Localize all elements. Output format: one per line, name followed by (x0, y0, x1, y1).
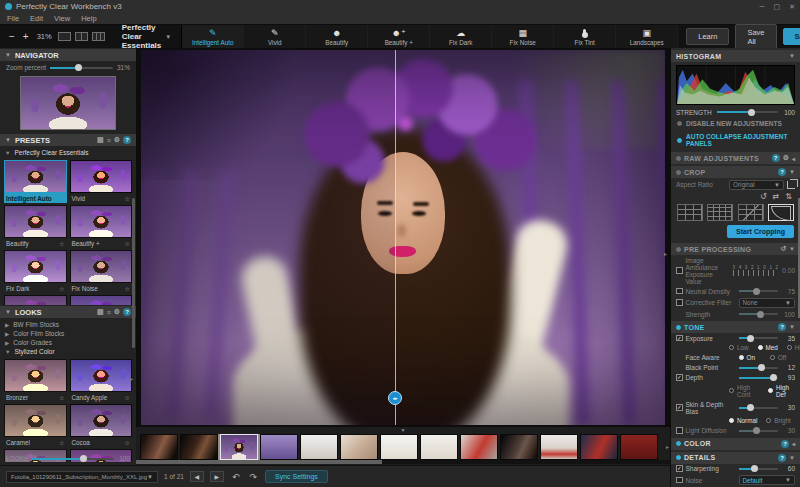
flip-horizontal-icon[interactable]: ⇄ (773, 192, 780, 201)
filmstrip-thumbnail[interactable] (620, 434, 658, 460)
filmstrip-thumbnail[interactable] (500, 434, 538, 460)
help-icon[interactable]: ? (772, 154, 780, 162)
raw-adjustments-panel-header[interactable]: RAW ADJUSTMENTS ? ⚙ ◂ (671, 152, 800, 164)
overlay-spiral-button[interactable] (768, 204, 794, 221)
favorite-star-icon[interactable]: ☆ (125, 195, 130, 202)
right-panel-collapse-arrow[interactable]: ▸ (664, 250, 667, 257)
tone-panel-header[interactable]: TONE ? ▼ (671, 321, 800, 333)
filmstrip-scroll-right-icon[interactable]: ▸ (666, 443, 669, 450)
filmstrip-scrollbar-thumb[interactable] (136, 460, 382, 464)
favorite-star-icon[interactable]: ☆ (125, 240, 130, 247)
auto-collapse-panels-option[interactable]: AUTO COLLAPSE ADJUSTMENT PANELS (671, 130, 800, 150)
filmstrip-view-icon[interactable]: ▤ (97, 308, 104, 316)
help-icon[interactable]: ? (781, 440, 789, 448)
skin-depth-bias-slider[interactable] (739, 407, 779, 409)
navigator-thumbnail[interactable] (20, 76, 116, 130)
looks-panel-header[interactable]: ▼ LOOKS ▤ ≡ ⚙ ? (0, 306, 136, 318)
quick-preset-vivid[interactable]: ✎ Vivid (244, 25, 306, 48)
disable-new-adjustments-option[interactable]: DISABLE NEW ADJUSTMENTS (671, 117, 800, 130)
quick-preset-beautify[interactable]: ☻ Beautify (306, 25, 368, 48)
save-button[interactable]: Save (783, 28, 800, 45)
help-icon[interactable]: ? (123, 136, 131, 144)
slider-knob[interactable] (753, 427, 760, 434)
minimize-button[interactable]: ─ (760, 3, 765, 11)
panel-enable-dot[interactable] (676, 170, 681, 175)
preset-group-row[interactable]: ▼ Perfectly Clear Essentials (5, 148, 131, 157)
slider-knob[interactable] (748, 109, 755, 116)
sync-settings-button[interactable]: Sync Settings (265, 470, 328, 483)
preset-fix-dark[interactable]: Fix Dark☆ (4, 250, 67, 293)
image-ambulance-checkbox[interactable] (676, 267, 683, 274)
filmstrip-thumbnail[interactable] (420, 434, 458, 460)
start-cropping-button[interactable]: Start Cropping (727, 225, 794, 238)
looks-group-stylized-color[interactable]: ▼ Stylized Color (5, 347, 131, 356)
navigator-zoom-slider[interactable] (50, 67, 113, 69)
redo-icon[interactable]: ↷ (247, 472, 259, 482)
presets-panel-header[interactable]: ▼ PRESETS ▤ ≡ ⚙ ? (0, 134, 136, 146)
quick-preset-fix-tint[interactable]: Fix Tint (554, 25, 616, 48)
look-candy-apple[interactable]: Candy Apple☆ (70, 359, 133, 402)
slider-knob[interactable] (747, 335, 754, 342)
filmstrip-thumbnail[interactable] (140, 434, 178, 460)
slider-knob[interactable] (747, 404, 754, 411)
slider-knob[interactable] (751, 465, 758, 472)
list-view-icon[interactable]: ≡ (107, 137, 111, 144)
list-view-icon[interactable]: ≡ (107, 309, 111, 316)
pre-strength-slider[interactable] (739, 313, 779, 315)
sharpening-checkbox[interactable]: ✓ (676, 465, 683, 472)
slider-knob[interactable] (80, 455, 87, 462)
previous-image-button[interactable]: ◀ (190, 471, 204, 482)
look-bronzer[interactable]: Bronzer☆ (4, 359, 67, 402)
help-icon[interactable]: ? (778, 323, 786, 331)
noise-checkbox[interactable] (676, 477, 683, 484)
gear-icon[interactable]: ⚙ (783, 154, 789, 162)
filmstrip-thumbnail[interactable] (260, 434, 298, 460)
help-icon[interactable]: ? (123, 308, 131, 316)
slider-knob[interactable] (757, 311, 764, 318)
quick-preset-fix-dark[interactable]: ☁ Fix Dark (430, 25, 492, 48)
next-image-button[interactable]: ▶ (210, 471, 224, 482)
overlay-diagonal-button[interactable] (738, 204, 764, 221)
light-diffusion-slider[interactable] (739, 430, 779, 432)
zoom-in-button[interactable]: + (21, 32, 31, 42)
gear-icon[interactable]: ⚙ (114, 308, 120, 316)
maximize-button[interactable]: ▢ (774, 3, 781, 11)
strength-slider[interactable] (717, 111, 778, 113)
preset-vivid[interactable]: Vivid☆ (70, 160, 133, 203)
sidebar-scrollbar[interactable] (132, 198, 135, 348)
slider-knob[interactable] (753, 288, 760, 295)
filmstrip-thumbnail[interactable] (580, 434, 618, 460)
favorite-star-icon[interactable]: ☆ (59, 240, 64, 247)
corrective-filter-dropdown[interactable]: None ▼ (739, 298, 796, 308)
filmstrip-scrollbar[interactable] (136, 460, 670, 464)
depth-checkbox[interactable]: ✓ (676, 374, 683, 381)
menu-view[interactable]: View (54, 14, 70, 23)
preset-fix-noise[interactable]: Fix Noise☆ (70, 250, 133, 293)
preset-group-select[interactable]: Perfectly Clear Essentials ▼ (112, 25, 182, 48)
favorite-star-icon[interactable]: ☆ (125, 439, 130, 446)
exposure-low-radio[interactable]: Low (729, 344, 749, 351)
flip-vertical-icon[interactable]: ⇅ (785, 192, 792, 201)
face-aware-off-radio[interactable]: Off (770, 354, 786, 361)
preset-fix-tint[interactable]: Fix Tint☆ (4, 295, 67, 305)
noise-preset-dropdown[interactable]: Default ▼ (739, 475, 796, 485)
panel-enable-dot[interactable] (676, 156, 681, 161)
quick-preset-intelligent-auto[interactable]: ✎ Intelligent Auto (182, 25, 244, 48)
preset-landscapes[interactable]: Landscapes☆ (70, 295, 133, 305)
save-all-button[interactable]: Save All (735, 24, 776, 50)
exposure-checkbox[interactable]: ✓ (676, 335, 683, 342)
before-after-divider[interactable] (395, 50, 396, 425)
corrective-filter-checkbox[interactable] (676, 299, 683, 306)
looks-group-bw-film[interactable]: ▶ BW Film Stocks (5, 320, 131, 329)
preset-beautify-plus[interactable]: Beautify +☆ (70, 205, 133, 248)
pre-processing-panel-header[interactable]: PRE PROCESSING ↺ ▼ (671, 243, 800, 255)
quick-preset-landscapes[interactable]: ▣ Landscapes (616, 25, 678, 48)
black-point-slider[interactable] (739, 367, 779, 369)
slider-knob[interactable] (758, 364, 765, 371)
favorite-star-icon[interactable]: ☆ (59, 439, 64, 446)
quick-preset-beautify-plus[interactable]: ☻⁺ Beautify + (368, 25, 430, 48)
looks-group-color-film[interactable]: ▶ Color Film Stocks (5, 329, 131, 338)
panel-enable-dot[interactable] (676, 325, 681, 330)
help-icon[interactable]: ? (778, 168, 786, 176)
learn-button[interactable]: Learn (686, 28, 729, 45)
